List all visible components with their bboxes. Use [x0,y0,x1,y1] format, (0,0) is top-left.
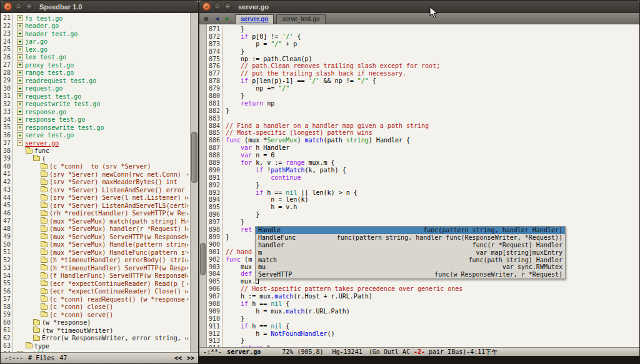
file-item[interactable]: 26+lex_test.go [1,54,190,62]
tag-item[interactable]: 43(srv *Server) ListenAndServe() error [1,186,190,194]
expand-icon[interactable]: + [17,86,23,92]
speedbar-forward-button[interactable]: >> [187,355,194,362]
tag-item[interactable]: 53(h *timeoutHandler) ServeHTTP(w Respo› [1,264,190,272]
tab-serve_test.go[interactable]: serve_test.go [276,14,325,24]
file-item[interactable]: 23+header_test.go [1,30,190,38]
tag-item[interactable]: 42(srv *Server) maxHeaderBytes() int [1,179,190,187]
file-item[interactable]: 32+requestwrite_test.go [1,101,190,109]
editor-scrollbar[interactable] [199,24,207,347]
tag-item[interactable]: 46(rh *redirectHandler) ServeHTTP(w Res› [1,210,190,218]
tag-item[interactable]: 60(w *response) [1,319,190,327]
file-item[interactable]: 28+range_test.go [1,69,190,77]
speedbar-back-button[interactable]: << [174,355,182,362]
tag-item[interactable]: 38func [1,147,190,155]
file-item[interactable]: 36+serve_test.go [1,132,190,140]
expand-icon[interactable]: + [17,70,23,76]
tag-item[interactable]: 52(h *timeoutHandler) errorBody() strin› [1,257,190,265]
code-token: np += [226,85,278,92]
tag-item[interactable]: 45(srv *Server) ListenAndServeTLS(certF› [1,202,190,210]
tag-item[interactable]: 63type [1,342,190,350]
completion-item[interactable]: muvar sync.RWMutex [256,263,565,271]
tag-item[interactable]: 39( [1,155,190,163]
scrollbar-thumb[interactable] [200,243,206,275]
expand-icon[interactable]: + [17,132,23,139]
tag-item[interactable]: 54(f HandlerFunc) ServeHTTP(w ResponseW› [1,272,190,280]
code-text: if !pathMatch(k, path) { [226,167,346,174]
collapse-icon[interactable]: - [17,140,23,146]
completion-item[interactable]: ServeHTTPfunc(w ResponseWriter, r *Reque… [256,271,565,278]
expand-icon[interactable]: + [17,101,23,107]
file-item[interactable]: 22+header.go [1,22,190,31]
file-item[interactable]: 25+lex.go [1,46,190,54]
expand-icon[interactable]: + [17,31,23,37]
expand-icon[interactable]: + [17,109,23,115]
completion-item[interactable]: HandleFuncfunc(pattern string, handler f… [256,234,565,242]
code-area[interactable]: 871 }872 if p[0] != '/' {873 p = "/" + p… [207,24,639,347]
completion-item[interactable]: matchfunc(path string) Handler [256,257,565,264]
expand-icon[interactable]: + [17,15,23,21]
tag-item[interactable]: 40(c *conn) to (srv *Server) [1,163,190,171]
close-button[interactable]: × [4,2,12,11]
item-label: (f HandlerFunc) ServeHTTP(w ResponseW [49,272,186,279]
line-number: 63 [1,342,13,350]
tag-item[interactable]: 44(srv *Server) Serve(l net.Listener) e› [1,194,190,202]
expand-icon[interactable]: + [17,54,23,61]
tag-item[interactable]: 58(c *conn) close() [1,303,190,312]
completion-item[interactable]: mvar map[string]muxEntry [256,249,565,257]
item-label: lex.go [25,46,48,53]
speedbar-titlebar[interactable]: × − + Speedbar 1.0 [1,1,198,13]
expand-icon[interactable]: + [17,39,23,45]
line-number: 911 [207,323,222,330]
scrollbar-thumb[interactable] [191,132,198,183]
file-item[interactable]: 34+response_test.go [1,116,190,124]
expand-icon[interactable]: + [17,117,23,123]
minimize-button[interactable]: − [213,2,221,11]
file-item[interactable]: 37-server.go [1,139,190,147]
tag-item[interactable]: 48(mux *ServeMux) handler(r *Request) H› [1,225,190,234]
tag-item[interactable]: 47(mux *ServeMux) match(path string) Ha› [1,217,190,225]
folder-icon [41,242,48,247]
tag-item[interactable]: 55(ecr *expectContinueReader) Read(p []› [1,280,190,288]
file-item[interactable]: 29+readrequest_test.go [1,77,190,85]
file-item[interactable]: 30+request.go [1,85,190,93]
speedbar-scrollbar[interactable] [190,13,198,352]
completion-item[interactable]: Handlefunc(pattern string, handler Handl… [256,227,565,234]
folder-icon [41,211,48,216]
file-item[interactable]: 24+jar.go [1,38,190,46]
file-item[interactable]: 21+fs_test.go [1,14,190,22]
file-item[interactable]: 27+proxy_test.go [1,61,190,69]
close-button[interactable]: × [202,2,211,11]
file-item[interactable]: 31+request_test.go [1,92,190,101]
line-number: 27 [1,61,13,69]
file-item[interactable]: 35+responsewrite_test.go [1,124,190,132]
tag-item[interactable]: 57(c *conn) readRequest() (w *response,› [1,295,190,303]
tag-item[interactable]: 50(mux *ServeMux) Handle(pattern string› [1,241,190,249]
buffer-menu-icon[interactable]: ▦ [202,15,211,22]
file-item[interactable]: 33+response.go [1,108,190,116]
tag-item[interactable]: 41(srv *Server) newConn(rwc net.Conn) (› [1,170,190,179]
expand-icon[interactable]: + [17,93,23,99]
tag-item[interactable]: 59(c *conn) serve() [1,311,190,319]
minimize-button[interactable]: − [14,2,22,11]
expand-icon[interactable]: + [17,77,23,84]
editor-titlebar[interactable]: × − + server.go [199,1,639,13]
tag-item[interactable]: 51(mux *ServeMux) HandleFunc(pattern st› [1,248,190,257]
expand-icon[interactable]: + [17,124,23,130]
code-line: 879 np += "/" [207,85,639,92]
tag-item[interactable]: 56(ecr *expectContinueReader) Close() e› [1,288,190,296]
maximize-button[interactable]: + [25,2,33,11]
expand-icon[interactable]: + [17,62,23,68]
code-token: mux.m { [304,159,334,166]
scroll-tabs-right-icon[interactable]: ▶ [223,15,232,22]
expand-icon[interactable]: + [17,23,23,29]
maximize-button[interactable]: + [224,2,232,11]
scroll-tabs-left-icon[interactable]: ◀ [212,15,221,22]
completion-item[interactable]: handlerfunc(r *Request) Handler [256,242,565,249]
tag-item[interactable]: 62Error(w ResponseWriter, error string, … [1,335,190,343]
expand-icon[interactable]: + [17,46,23,52]
tag-item[interactable]: 49(mux *ServeMux) ServeHTTP(w ResponseW› [1,233,190,241]
code-token: || len(k) > n { [297,189,357,196]
tab-server.go[interactable]: server.go [235,14,274,24]
item-label: server.go [25,140,59,147]
tag-item[interactable]: 61(tw *timeoutWriter) [1,327,190,335]
